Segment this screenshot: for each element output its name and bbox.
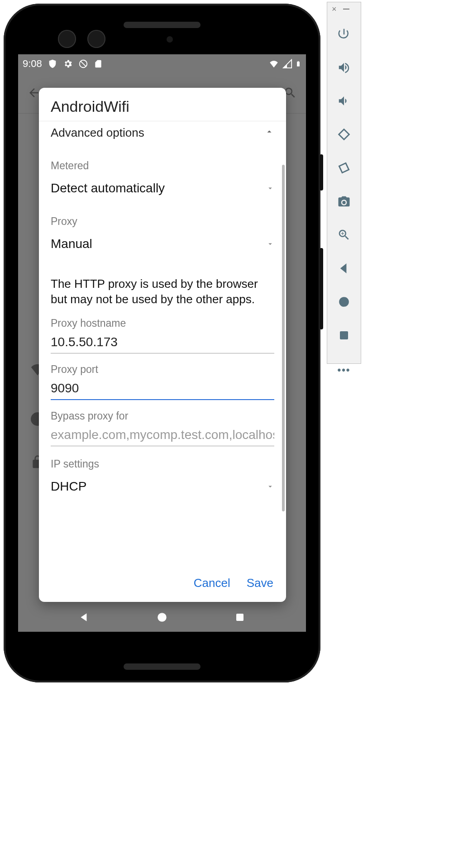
proxy-hostname-input[interactable] — [51, 332, 274, 353]
status-bar: 9:08 — [18, 54, 306, 73]
ip-settings-dropdown[interactable]: DHCP — [51, 474, 274, 501]
metered-dropdown[interactable]: Detect automatically — [51, 176, 274, 203]
emu-volume-down-button[interactable] — [334, 91, 354, 111]
dnd-icon — [78, 59, 88, 69]
emu-home-button[interactable] — [334, 292, 354, 312]
battery-icon — [295, 58, 301, 69]
phone-speaker-top — [124, 22, 201, 28]
phone-frame: 9:08 — [4, 4, 320, 682]
proxy-value: Manual — [51, 237, 92, 251]
minimize-icon[interactable] — [343, 9, 349, 10]
metered-label: Metered — [51, 147, 274, 176]
dialog-title: AndroidWifi — [39, 88, 286, 121]
sd-card-icon — [94, 59, 103, 69]
bypass-proxy-label: Bypass proxy for — [51, 410, 274, 425]
svg-rect-6 — [340, 332, 348, 339]
svg-rect-4 — [236, 614, 244, 621]
chevron-up-icon — [264, 126, 274, 140]
metered-value: Detect automatically — [51, 181, 165, 196]
svg-point-2 — [37, 419, 38, 420]
proxy-label: Proxy — [51, 203, 274, 231]
cancel-button[interactable]: Cancel — [194, 576, 230, 590]
advanced-options-label: Advanced options — [51, 126, 144, 140]
emu-overview-button[interactable] — [334, 325, 354, 345]
phone-screen: 9:08 — [18, 54, 306, 632]
phone-speaker-bottom — [124, 663, 201, 670]
close-icon[interactable]: × — [332, 5, 337, 13]
ip-settings-label: IP settings — [51, 446, 274, 474]
wifi-settings-dialog: AndroidWifi Advanced options Metered Det… — [39, 88, 286, 602]
emu-rotate-right-button[interactable] — [334, 158, 354, 178]
nav-recents-button[interactable] — [229, 607, 250, 628]
caret-down-icon — [266, 181, 274, 196]
svg-point-5 — [339, 297, 349, 306]
emu-back-button[interactable] — [334, 258, 354, 278]
emu-volume-up-button[interactable] — [334, 57, 354, 77]
proxy-port-input[interactable] — [51, 378, 274, 400]
caret-down-icon — [266, 479, 274, 494]
dialog-actions: Cancel Save — [39, 566, 286, 602]
status-clock: 9:08 — [23, 58, 42, 70]
nav-home-button[interactable] — [152, 607, 172, 628]
wifi-icon — [268, 59, 280, 69]
svg-point-3 — [158, 613, 167, 622]
proxy-dropdown[interactable]: Manual — [51, 231, 274, 258]
proxy-info-text: The HTTP proxy is used by the browser bu… — [43, 258, 282, 307]
emulator-toolbar: × ••• — [327, 2, 361, 364]
scrollbar[interactable] — [282, 165, 285, 511]
advanced-options-toggle[interactable]: Advanced options — [51, 121, 274, 147]
phone-camera — [87, 30, 105, 48]
phone-camera — [58, 30, 76, 48]
emu-screenshot-button[interactable] — [334, 191, 354, 211]
phone-volume-button — [320, 248, 323, 329]
emu-rotate-left-button[interactable] — [334, 124, 354, 144]
phone-power-button — [320, 154, 323, 191]
emu-more-button[interactable]: ••• — [334, 359, 354, 379]
caret-down-icon — [266, 237, 274, 251]
proxy-port-label: Proxy port — [51, 363, 274, 378]
nav-back-button[interactable] — [74, 607, 95, 628]
ip-settings-value: DHCP — [51, 479, 86, 494]
proxy-hostname-label: Proxy hostname — [51, 317, 274, 332]
shield-icon — [48, 59, 57, 69]
system-nav-bar — [18, 603, 306, 632]
cell-signal-icon — [282, 59, 292, 69]
phone-sensor — [167, 36, 173, 43]
bypass-proxy-input[interactable] — [51, 425, 274, 446]
emu-zoom-button[interactable] — [334, 225, 354, 245]
save-button[interactable]: Save — [247, 576, 273, 590]
gear-icon — [63, 59, 73, 69]
emu-power-button[interactable] — [334, 24, 354, 44]
